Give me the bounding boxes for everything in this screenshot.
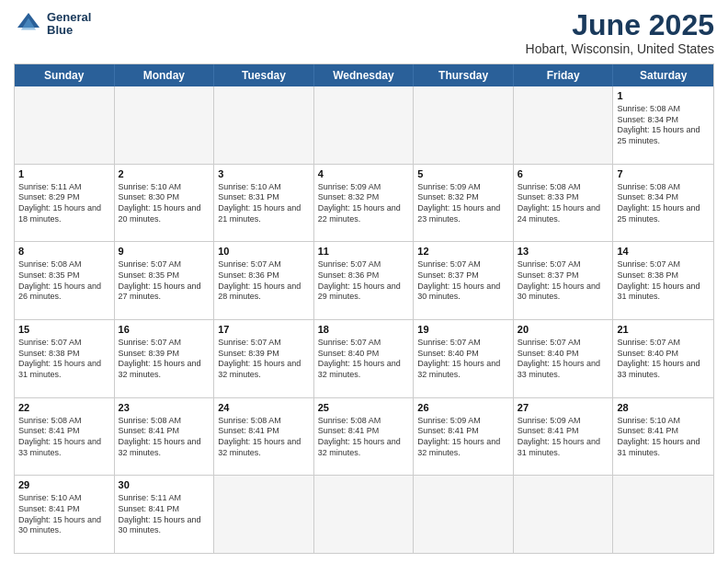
empty-cell <box>414 476 514 553</box>
day-number: 6 <box>518 167 609 181</box>
day-number: 19 <box>417 323 509 337</box>
cell-info: Sunrise: 5:07 AMSunset: 8:40 PMDaylight:… <box>318 338 410 381</box>
day-cell-30: 30Sunrise: 5:11 AMSunset: 8:41 PMDayligh… <box>115 476 215 553</box>
cell-info: Sunrise: 5:07 AMSunset: 8:40 PMDaylight:… <box>417 338 509 381</box>
cell-info: Sunrise: 5:10 AMSunset: 8:30 PMDaylight:… <box>119 182 210 225</box>
day-number: 21 <box>617 323 710 337</box>
day-header-friday: Friday <box>514 64 614 86</box>
logo-text: General Blue <box>47 11 91 38</box>
logo-icon <box>14 9 43 39</box>
cell-info: Sunrise: 5:09 AMSunset: 8:32 PMDaylight:… <box>318 182 410 225</box>
location: Hobart, Wisconsin, United States <box>526 41 714 56</box>
day-cell-15: 15Sunrise: 5:07 AMSunset: 8:38 PMDayligh… <box>15 320 115 397</box>
cell-info: Sunrise: 5:08 AMSunset: 8:35 PMDaylight:… <box>18 259 110 303</box>
day-number: 24 <box>218 401 310 415</box>
day-cell-1: 1Sunrise: 5:11 AMSunset: 8:29 PMDaylight… <box>15 165 115 242</box>
day-number: 5 <box>417 167 509 181</box>
day-number: 16 <box>119 323 210 337</box>
day-cell-20: 20Sunrise: 5:07 AMSunset: 8:40 PMDayligh… <box>514 320 614 397</box>
cell-info: Sunrise: 5:08 AMSunset: 8:34 PMDaylight:… <box>617 104 710 147</box>
day-cell-5: 5Sunrise: 5:09 AMSunset: 8:32 PMDaylight… <box>414 165 514 242</box>
month-title: June 2025 <box>526 9 714 41</box>
day-number: 7 <box>617 167 710 181</box>
day-number: 14 <box>617 245 710 259</box>
cell-info: Sunrise: 5:07 AMSunset: 8:36 PMDaylight:… <box>218 259 310 303</box>
cell-info: Sunrise: 5:07 AMSunset: 8:39 PMDaylight:… <box>218 338 310 381</box>
day-cell-14: 14Sunrise: 5:07 AMSunset: 8:38 PMDayligh… <box>613 242 713 319</box>
logo-line1: General <box>47 11 91 24</box>
cell-info: Sunrise: 5:07 AMSunset: 8:35 PMDaylight:… <box>119 259 210 303</box>
empty-cell <box>15 86 115 164</box>
calendar-header: SundayMondayTuesdayWednesdayThursdayFrid… <box>15 64 713 86</box>
logo-line2: Blue <box>47 24 91 37</box>
cell-info: Sunrise: 5:10 AMSunset: 8:31 PMDaylight:… <box>218 182 310 225</box>
empty-cell <box>514 86 614 164</box>
calendar-row-1: 1Sunrise: 5:11 AMSunset: 8:29 PMDaylight… <box>15 165 713 243</box>
cell-info: Sunrise: 5:08 AMSunset: 8:41 PMDaylight:… <box>119 416 210 459</box>
day-cell-24: 24Sunrise: 5:08 AMSunset: 8:41 PMDayligh… <box>214 398 314 476</box>
day-cell-13: 13Sunrise: 5:07 AMSunset: 8:37 PMDayligh… <box>514 242 614 319</box>
day-number: 28 <box>617 401 710 415</box>
day-number: 30 <box>119 478 210 492</box>
day-cell-10: 10Sunrise: 5:07 AMSunset: 8:36 PMDayligh… <box>214 242 314 319</box>
day-number: 3 <box>218 167 310 181</box>
empty-cell <box>115 86 215 164</box>
day-number: 17 <box>218 323 310 337</box>
calendar-row-4: 22Sunrise: 5:08 AMSunset: 8:41 PMDayligh… <box>15 398 713 477</box>
day-cell-23: 23Sunrise: 5:08 AMSunset: 8:41 PMDayligh… <box>115 398 215 476</box>
day-cell-26: 26Sunrise: 5:09 AMSunset: 8:41 PMDayligh… <box>414 398 514 476</box>
day-cell-4: 4Sunrise: 5:09 AMSunset: 8:32 PMDaylight… <box>314 165 415 242</box>
day-cell-11: 11Sunrise: 5:07 AMSunset: 8:36 PMDayligh… <box>314 242 415 319</box>
cell-info: Sunrise: 5:07 AMSunset: 8:39 PMDaylight:… <box>119 338 210 381</box>
cell-info: Sunrise: 5:08 AMSunset: 8:41 PMDaylight:… <box>218 416 310 459</box>
day-cell-1: 1Sunrise: 5:08 AMSunset: 8:34 PMDaylight… <box>613 86 713 164</box>
cell-info: Sunrise: 5:07 AMSunset: 8:40 PMDaylight:… <box>518 338 609 381</box>
title-block: June 2025 Hobart, Wisconsin, United Stat… <box>526 9 714 56</box>
day-cell-16: 16Sunrise: 5:07 AMSunset: 8:39 PMDayligh… <box>115 320 215 397</box>
day-cell-12: 12Sunrise: 5:07 AMSunset: 8:37 PMDayligh… <box>414 242 514 319</box>
day-cell-27: 27Sunrise: 5:09 AMSunset: 8:41 PMDayligh… <box>514 398 614 476</box>
day-cell-7: 7Sunrise: 5:08 AMSunset: 8:34 PMDaylight… <box>613 165 713 242</box>
day-cell-21: 21Sunrise: 5:07 AMSunset: 8:40 PMDayligh… <box>613 320 713 397</box>
day-cell-2: 2Sunrise: 5:10 AMSunset: 8:30 PMDaylight… <box>115 165 215 242</box>
cell-info: Sunrise: 5:07 AMSunset: 8:38 PMDaylight:… <box>18 338 110 381</box>
day-number: 8 <box>18 245 110 259</box>
calendar-body: 1Sunrise: 5:08 AMSunset: 8:34 PMDaylight… <box>15 86 713 553</box>
cell-info: Sunrise: 5:07 AMSunset: 8:37 PMDaylight:… <box>417 259 509 303</box>
day-header-saturday: Saturday <box>613 64 713 86</box>
cell-info: Sunrise: 5:09 AMSunset: 8:41 PMDaylight:… <box>417 416 509 459</box>
day-header-thursday: Thursday <box>414 64 514 86</box>
day-header-tuesday: Tuesday <box>214 64 314 86</box>
day-number: 2 <box>119 167 210 181</box>
day-number: 23 <box>119 401 210 415</box>
logo: General Blue <box>14 9 91 39</box>
day-number: 11 <box>318 245 410 259</box>
empty-cell <box>214 476 314 553</box>
day-header-sunday: Sunday <box>15 64 115 86</box>
day-cell-25: 25Sunrise: 5:08 AMSunset: 8:41 PMDayligh… <box>314 398 415 476</box>
calendar-row-2: 8Sunrise: 5:08 AMSunset: 8:35 PMDaylight… <box>15 242 713 320</box>
cell-info: Sunrise: 5:07 AMSunset: 8:38 PMDaylight:… <box>617 259 710 303</box>
day-cell-9: 9Sunrise: 5:07 AMSunset: 8:35 PMDaylight… <box>115 242 215 319</box>
calendar-row-3: 15Sunrise: 5:07 AMSunset: 8:38 PMDayligh… <box>15 320 713 398</box>
calendar-row-5: 29Sunrise: 5:10 AMSunset: 8:41 PMDayligh… <box>15 476 713 553</box>
day-cell-6: 6Sunrise: 5:08 AMSunset: 8:33 PMDaylight… <box>514 165 614 242</box>
day-number: 9 <box>119 245 210 259</box>
day-header-wednesday: Wednesday <box>314 64 415 86</box>
day-number: 10 <box>218 245 310 259</box>
day-number: 18 <box>318 323 410 337</box>
cell-info: Sunrise: 5:08 AMSunset: 8:33 PMDaylight:… <box>518 182 609 225</box>
day-number: 15 <box>18 323 110 337</box>
day-number: 1 <box>18 167 110 181</box>
day-cell-17: 17Sunrise: 5:07 AMSunset: 8:39 PMDayligh… <box>214 320 314 397</box>
cell-info: Sunrise: 5:07 AMSunset: 8:40 PMDaylight:… <box>617 338 710 381</box>
calendar-row-0: 1Sunrise: 5:08 AMSunset: 8:34 PMDaylight… <box>15 86 713 165</box>
calendar: SundayMondayTuesdayWednesdayThursdayFrid… <box>14 63 714 554</box>
empty-cell <box>414 86 514 164</box>
day-header-monday: Monday <box>115 64 215 86</box>
cell-info: Sunrise: 5:08 AMSunset: 8:41 PMDaylight:… <box>318 416 410 459</box>
day-cell-19: 19Sunrise: 5:07 AMSunset: 8:40 PMDayligh… <box>414 320 514 397</box>
empty-cell <box>314 86 415 164</box>
day-number: 4 <box>318 167 410 181</box>
header: General Blue June 2025 Hobart, Wisconsin… <box>14 9 714 56</box>
